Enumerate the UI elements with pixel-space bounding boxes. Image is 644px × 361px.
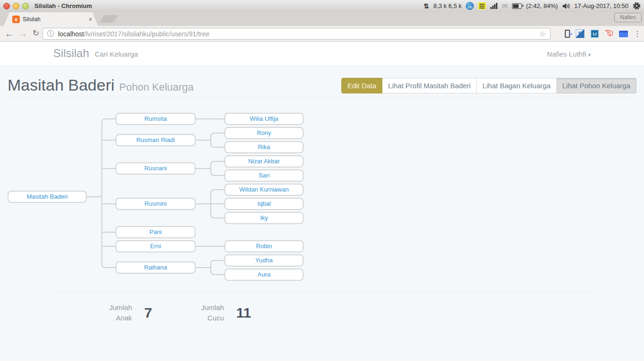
stat-cucu-label: JumlahCucu bbox=[167, 302, 224, 323]
page-info-icon[interactable]: ⓘ bbox=[47, 29, 54, 38]
signal-strength-icon[interactable] bbox=[490, 3, 497, 9]
tree-node-iky[interactable]: Iky bbox=[224, 212, 304, 224]
tree-node-masitah-baderi[interactable]: Masitah Baderi bbox=[8, 191, 87, 203]
address-bar[interactable]: ⓘ localhost/lv/riset/2017/silsilahku/pub… bbox=[42, 28, 551, 40]
tree-node-rusmini[interactable]: Rusmini bbox=[116, 198, 196, 210]
tab-silsilah[interactable]: x Silsilah × bbox=[4, 12, 98, 26]
new-tab-button[interactable] bbox=[99, 15, 118, 23]
tree-node-erni[interactable]: Erni bbox=[116, 240, 196, 252]
battery-icon[interactable] bbox=[512, 3, 522, 9]
battery-status-label: (2:42, 84%) bbox=[526, 2, 558, 9]
user-menu-label: Nafies Luthfi bbox=[547, 50, 586, 58]
extension-li-icon[interactable]: LI bbox=[590, 29, 599, 38]
tree-node-pani[interactable]: Pani bbox=[116, 226, 196, 238]
tree-node-aura[interactable]: Aura bbox=[224, 269, 304, 281]
extension-icons: S LI ⋮ bbox=[565, 28, 641, 40]
clock-label: 17-Aug-2017, 10:50 bbox=[574, 2, 628, 9]
mail-icon[interactable]: ✉ bbox=[502, 2, 508, 10]
forward-icon: → bbox=[17, 27, 28, 40]
action-button-group: Edit Data Lihat Profil Masitah Baderi Li… bbox=[341, 78, 636, 93]
task-list-icon[interactable] bbox=[478, 2, 486, 9]
network-rate-label: 8,3 k 6,5 k bbox=[433, 2, 462, 9]
tree-node-wildan-kurniawan[interactable]: Wildan Kurniawan bbox=[224, 184, 304, 196]
extension-s-icon[interactable]: S bbox=[576, 29, 585, 38]
tree-node-wilia-ulfija[interactable]: Wilia Ulfija bbox=[224, 113, 304, 125]
page-title: Masitah BaderiPohon Keluarga bbox=[8, 76, 194, 94]
edit-data-button[interactable]: Edit Data bbox=[341, 78, 383, 93]
tab-title: Silsilah bbox=[23, 16, 89, 23]
tree-node-iqbal[interactable]: Iqbal bbox=[224, 198, 304, 210]
window-close-button[interactable] bbox=[3, 3, 10, 9]
tree-node-rony[interactable]: Rony bbox=[224, 127, 304, 139]
gear-icon[interactable] bbox=[633, 2, 641, 10]
bookmarks-extension-icon[interactable] bbox=[619, 31, 628, 37]
volume-icon[interactable] bbox=[562, 3, 570, 9]
network-traffic-icon[interactable]: ⇅ bbox=[424, 2, 429, 10]
tree-node-rika[interactable]: Rika bbox=[224, 141, 304, 153]
os-title-bar: Silsilah - Chromium ⇅ 8,3 k 6,5 k 289 ✉ … bbox=[0, 0, 644, 12]
tree-node-rusman-riadi[interactable]: Rusman Riadi bbox=[116, 134, 196, 146]
window-title: Silsilah - Chromium bbox=[34, 2, 92, 9]
lihat-profil-button[interactable]: Lihat Profil Masitah Baderi bbox=[382, 78, 477, 93]
stats-divider bbox=[53, 291, 591, 292]
lihat-bagan-button[interactable]: Lihat Bagan Keluarga bbox=[477, 78, 556, 93]
url-host: localhost bbox=[58, 30, 84, 38]
stat-anak-label: JumlahAnak bbox=[75, 302, 132, 323]
tree-node-nizar-akbar[interactable]: Nizar Akbar bbox=[224, 155, 304, 168]
back-icon[interactable]: ← bbox=[4, 27, 15, 40]
browser-profile-button[interactable]: Nafies bbox=[614, 13, 642, 22]
person-name: Masitah Baderi bbox=[8, 76, 115, 94]
stat-anak-value: 7 bbox=[144, 305, 152, 321]
browser-menu-icon[interactable]: ⋮ bbox=[634, 29, 641, 38]
heading-divider bbox=[7, 98, 637, 98]
system-tray: ⇅ 8,3 k 6,5 k 289 ✉ (2:42, 84%) 17-Aug-2… bbox=[424, 2, 644, 10]
user-menu-dropdown[interactable]: Nafies Luthfi▾ bbox=[547, 50, 591, 58]
url-text: localhost/lv/riset/2017/silsilahku/publi… bbox=[58, 30, 209, 38]
window-minimize-button[interactable] bbox=[13, 3, 19, 9]
stat-cucu-value: 11 bbox=[236, 305, 251, 321]
page-subtitle: Pohon Keluarga bbox=[119, 81, 194, 93]
tree-node-rumsita[interactable]: Rumsita bbox=[116, 113, 196, 125]
tree-node-robin[interactable]: Robin bbox=[224, 240, 304, 252]
window-controls bbox=[3, 3, 29, 9]
bookmark-star-icon[interactable]: ☆ bbox=[539, 29, 546, 38]
reload-icon[interactable]: ↻ bbox=[30, 27, 41, 40]
url-path: /lv/riset/2017/silsilahku/public/users/9… bbox=[84, 30, 209, 38]
tree-node-raihana[interactable]: Raihana bbox=[116, 261, 196, 274]
tab-close-icon[interactable]: × bbox=[89, 16, 92, 23]
nav-link-cari-keluarga[interactable]: Cari Keluarga bbox=[95, 50, 138, 58]
chevron-down-icon: ▾ bbox=[588, 52, 591, 58]
site-brand-link[interactable]: Silsilah bbox=[53, 47, 89, 60]
site-navbar: Silsilah Cari Keluarga Nafies Luthfi▾ bbox=[0, 42, 644, 66]
xampp-favicon-icon: x bbox=[12, 16, 20, 23]
screen: Silsilah - Chromium ⇅ 8,3 k 6,5 k 289 ✉ … bbox=[0, 0, 644, 361]
lihat-pohon-button[interactable]: Lihat Pohon Keluarga bbox=[557, 78, 636, 93]
browser-toolbar: ← → ↻ ⓘ localhost/lv/riset/2017/silsilah… bbox=[0, 26, 644, 42]
tree-node-yudha[interactable]: Yudha bbox=[224, 254, 304, 267]
window-maximize-button[interactable] bbox=[22, 3, 29, 9]
tab-strip: x Silsilah × Nafies bbox=[0, 12, 644, 26]
send-to-device-icon[interactable] bbox=[565, 30, 570, 38]
app-badge-icon[interactable]: 289 bbox=[466, 2, 474, 10]
laravel-extension-icon[interactable] bbox=[605, 29, 613, 39]
tree-node-rusnani[interactable]: Rusnani bbox=[116, 162, 196, 175]
tree-node-sari[interactable]: Sari bbox=[224, 169, 304, 182]
